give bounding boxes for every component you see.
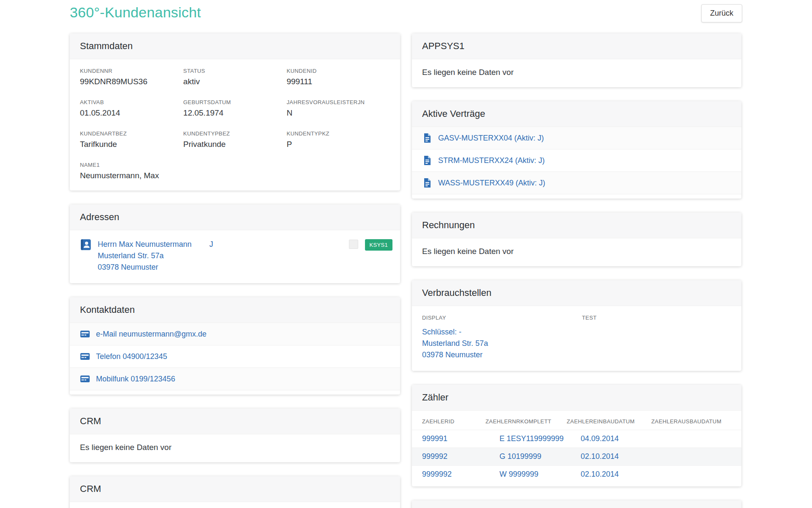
zaehler-nr-link[interactable]: W 9999999 bbox=[499, 470, 538, 478]
card-title: Adressen bbox=[70, 204, 400, 230]
address-line[interactable]: Herrn Max Neumustermann bbox=[98, 239, 209, 250]
table-row[interactable]: 9999992 W 9999999 02.10.2014 bbox=[412, 465, 741, 483]
card-stammdaten: Stammdaten KUNDENNR 99KDNR89MUS36 STATUS… bbox=[70, 33, 400, 190]
field-value: Neumustermann, Max bbox=[80, 171, 183, 180]
contact-card-icon bbox=[80, 329, 90, 339]
contract-link[interactable]: STRM-MUSTERXX24 (Aktiv: J) bbox=[438, 156, 545, 165]
contact-card-icon bbox=[80, 351, 90, 362]
field-value: N bbox=[287, 108, 390, 118]
field-kundenartbez: KUNDENARTBEZ Tarifkunde bbox=[80, 130, 183, 149]
verbrauchstelle-line[interactable]: Schlüssel: - bbox=[422, 326, 582, 338]
field-value: P bbox=[287, 140, 390, 149]
right-column: APPSYS1 Es liegen keine Daten vor Aktive… bbox=[412, 33, 741, 508]
field-label: NAME1 bbox=[80, 162, 183, 168]
card-title: Rechnungen bbox=[412, 213, 741, 238]
zaehler-einbau-link[interactable]: 02.10.2014 bbox=[581, 452, 619, 461]
field-label: GEBURTSDATUM bbox=[183, 99, 286, 105]
contract-link[interactable]: GASV-MUSTERXX04 (Aktiv: J) bbox=[438, 134, 544, 143]
field-label: AKTIVAB bbox=[80, 99, 183, 105]
contract-link[interactable]: WASS-MUSTERXX49 (Aktiv: J) bbox=[438, 179, 545, 188]
card-title: CRM bbox=[70, 476, 400, 502]
address-lines: Herrn Max Neumustermann Musterland Str. … bbox=[98, 239, 209, 273]
card-inaktive-vertraege: Inaktive Verträge Es liegen keine Daten … bbox=[412, 500, 741, 508]
address-checkbox[interactable] bbox=[349, 240, 358, 249]
verbrauchstelle-line[interactable]: 03978 Neumuster bbox=[422, 349, 582, 361]
zaehler-id-link[interactable]: 9999992 bbox=[422, 470, 452, 478]
field-name1: NAME1 Neumustermann, Max bbox=[80, 162, 183, 180]
field-value: Tarifkunde bbox=[80, 140, 183, 149]
contract-row-strm[interactable]: STRM-MUSTERXX24 (Aktiv: J) bbox=[412, 149, 741, 172]
field-kundentypkz: KUNDENTYPKZ P bbox=[287, 130, 390, 149]
field-kundenid: KUNDENID 999111 bbox=[287, 68, 390, 86]
column-header: ZAEHLERAUSBAUDATUM bbox=[651, 418, 731, 425]
table-row[interactable]: 999991 E 1ESY119999999 04.09.2014 bbox=[412, 430, 741, 447]
contact-row-telefon[interactable]: Telefon 04900/12345 bbox=[70, 345, 400, 368]
page-title: 360°-Kundenansicht bbox=[70, 4, 201, 21]
verbrauchstelle-address: Schlüssel: - Musterland Str. 57a 03978 N… bbox=[422, 326, 582, 361]
card-kontaktdaten: Kontaktdaten e-Mail neumustermann@gmx.de… bbox=[70, 297, 400, 395]
contract-row-gasv[interactable]: GASV-MUSTERXX04 (Aktiv: J) bbox=[412, 127, 741, 149]
zaehler-nr-link[interactable]: E 1ESY119999999 bbox=[499, 434, 564, 443]
document-icon bbox=[422, 155, 432, 166]
contact-row-mobilfunk[interactable]: Mobilfunk 0199/123456 bbox=[70, 368, 400, 390]
card-title: Verbrauchstellen bbox=[412, 280, 741, 306]
card-title: Inaktive Verträge bbox=[412, 500, 741, 508]
card-title: CRM bbox=[70, 409, 400, 434]
card-title: Aktive Verträge bbox=[412, 101, 741, 127]
address-line[interactable]: Musterland Str. 57a bbox=[98, 250, 209, 262]
verbrauchstellen-test-col: TEST bbox=[582, 315, 731, 361]
zaehler-table-header: ZAEHLERID ZAEHLERNRKOMPLETT ZAEHLEREINBA… bbox=[412, 411, 741, 430]
contact-list: e-Mail neumustermann@gmx.de Telefon 0490… bbox=[70, 323, 400, 395]
zaehler-table: ZAEHLERID ZAEHLERNRKOMPLETT ZAEHLEREINBA… bbox=[412, 411, 741, 486]
ksys-badge: KSYS1 bbox=[365, 239, 392, 251]
zaehler-id-link[interactable]: 999992 bbox=[422, 452, 447, 461]
contact-link[interactable]: Telefon 04900/12345 bbox=[96, 352, 167, 361]
field-jahresvorausleister: JAHRESVORAUSLEISTERJN N bbox=[287, 99, 390, 118]
column-label-display: DISPLAY bbox=[422, 315, 582, 321]
field-label: KUNDENTYPBEZ bbox=[183, 130, 286, 137]
column-header: ZAEHLEREINBAUDATUM bbox=[567, 418, 651, 425]
field-value: Privatkunde bbox=[183, 140, 286, 149]
field-kundennr: KUNDENNR 99KDNR89MUS36 bbox=[80, 68, 183, 86]
table-row[interactable]: 999992 G 10199999 02.10.2014 bbox=[412, 447, 741, 465]
document-icon bbox=[422, 178, 432, 188]
card-title: Kontaktdaten bbox=[70, 297, 400, 323]
field-label: STATUS bbox=[183, 68, 286, 74]
field-status: STATUS aktiv bbox=[183, 68, 286, 86]
document-icon bbox=[422, 133, 432, 143]
field-label: JAHRESVORAUSLEISTERJN bbox=[287, 99, 390, 105]
no-data-text: Es liegen keine Daten vor bbox=[422, 68, 731, 77]
field-aktivab: AKTIVAB 01.05.2014 bbox=[80, 99, 183, 118]
address-line[interactable]: 03978 Neumuster bbox=[98, 262, 209, 273]
left-column: Stammdaten KUNDENNR 99KDNR89MUS36 STATUS… bbox=[70, 33, 400, 508]
page: 360°-Kundenansicht Zurück Stammdaten KUN… bbox=[0, 0, 812, 508]
no-data-text: Es liegen keine Daten vor bbox=[80, 443, 390, 452]
back-button[interactable]: Zurück bbox=[701, 4, 742, 22]
address-row: Herrn Max Neumustermann Musterland Str. … bbox=[70, 230, 400, 283]
card-appsys1: APPSYS1 Es liegen keine Daten vor bbox=[412, 33, 741, 87]
contact-link[interactable]: Mobilfunk 0199/123456 bbox=[96, 375, 175, 384]
contact-card-icon bbox=[80, 374, 90, 384]
card-verbrauchstellen: Verbrauchstellen DISPLAY Schlüssel: - Mu… bbox=[412, 280, 741, 371]
address-flag: J bbox=[209, 239, 213, 250]
zaehler-einbau-link[interactable]: 02.10.2014 bbox=[581, 470, 619, 478]
card-title: APPSYS1 bbox=[412, 33, 741, 59]
card-title: Zähler bbox=[412, 385, 741, 411]
field-value: 99KDNR89MUS36 bbox=[80, 77, 183, 86]
column-header: ZAEHLERID bbox=[422, 418, 486, 425]
zaehler-einbau-link[interactable]: 04.09.2014 bbox=[581, 434, 619, 443]
zaehler-nr-link[interactable]: G 10199999 bbox=[499, 452, 541, 461]
field-value: 12.05.1974 bbox=[183, 108, 286, 118]
field-geburtsdatum: GEBURTSDATUM 12.05.1974 bbox=[183, 99, 286, 118]
field-value: 01.05.2014 bbox=[80, 108, 183, 118]
field-label: KUNDENTYPKZ bbox=[287, 130, 390, 137]
column-header: ZAEHLERNRKOMPLETT bbox=[486, 418, 567, 425]
verbrauchstelle-line[interactable]: Musterland Str. 57a bbox=[422, 338, 582, 349]
zaehler-id-link[interactable]: 999991 bbox=[422, 434, 447, 443]
contract-row-wass[interactable]: WASS-MUSTERXX49 (Aktiv: J) bbox=[412, 172, 741, 194]
contact-link[interactable]: e-Mail neumustermann@gmx.de bbox=[96, 330, 206, 339]
contact-row-email[interactable]: e-Mail neumustermann@gmx.de bbox=[70, 323, 400, 345]
field-label: KUNDENNR bbox=[80, 68, 183, 74]
contract-list: GASV-MUSTERXX04 (Aktiv: J) STRM-MUSTERXX… bbox=[412, 127, 741, 199]
card-title: Stammdaten bbox=[70, 33, 400, 59]
